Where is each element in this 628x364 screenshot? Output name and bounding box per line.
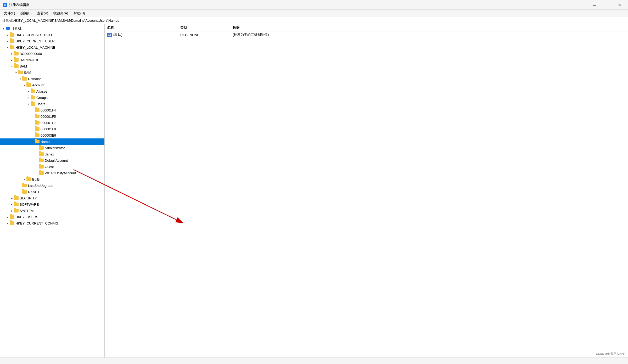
tree-label-hardware: HARDWARE	[20, 58, 39, 62]
tree-pane[interactable]: ▾计算机▸HKEY_CLASSES_ROOT▸HKEY_CURRENT_USER…	[0, 24, 105, 357]
tree-label-dahez: dahez	[45, 152, 54, 156]
tree-toggle-hklm[interactable]: ▾	[5, 45, 10, 49]
tree-node-users[interactable]: ▾Users	[0, 101, 104, 107]
folder-icon-wdagutility	[39, 171, 44, 175]
tree-node-hklm[interactable]: ▾HKEY_LOCAL_MACHINE	[0, 44, 104, 51]
menu-help[interactable]: 帮助(H)	[71, 10, 88, 17]
tree-toggle-names[interactable]: ▾	[31, 139, 35, 144]
maximize-button[interactable]: □	[601, 0, 613, 10]
tree-label-guest: Guest	[45, 165, 54, 169]
detail-name-text-0: (默认)	[113, 32, 122, 37]
header-data: 数据	[233, 25, 626, 30]
folder-icon-security	[14, 196, 19, 200]
tree-node-lastsku[interactable]: LastSkuUpgrade	[0, 182, 104, 189]
tree-label-wdagutility: WDAGUtilityAccount	[45, 171, 76, 175]
tree-label-software: SOFTWARE	[20, 203, 39, 206]
detail-pane: 名称 类型 数据 ab(默认)REG_NONE(长度为零的二进制制值)	[105, 24, 628, 357]
detail-data-cell-0: (长度为零的二进制制值)	[233, 32, 626, 37]
tree-node-builtin[interactable]: ▸Builtin	[0, 176, 104, 182]
detail-name-cell-0: ab(默认)	[107, 32, 180, 37]
tree-node-hardware[interactable]: ▸HARDWARE	[0, 57, 104, 63]
tree-label-hklm: HKEY_LOCAL_MACHINE	[15, 46, 55, 49]
menu-edit[interactable]: 编辑(E)	[18, 10, 34, 17]
tree-node-wdagutility[interactable]: WDAGUtilityAccount	[0, 170, 104, 176]
tree-toggle-sam2[interactable]: ▾	[14, 70, 18, 75]
tree-node-bcd[interactable]: ▸BCD00000000	[0, 51, 104, 57]
tree-node-defaultaccount[interactable]: DefaultAccount	[0, 157, 104, 164]
tree-node-administrator[interactable]: Administrator	[0, 145, 104, 151]
tree-toggle-users[interactable]: ▾	[26, 102, 31, 106]
folder-icon-hkcu	[10, 39, 14, 43]
menu-view[interactable]: 查看(V)	[34, 10, 51, 17]
tree-node-computer[interactable]: ▾计算机	[0, 25, 104, 32]
tree-toggle-system[interactable]: ▸	[10, 209, 14, 213]
tree-toggle-groups[interactable]: ▸	[26, 96, 31, 100]
folder-icon-user1f7	[35, 121, 40, 125]
tree-toggle-computer[interactable]: ▾	[1, 26, 5, 31]
tree-label-sam: SAM	[20, 64, 27, 68]
tree-toggle-aliases[interactable]: ▸	[26, 89, 31, 93]
tree-node-user1f7[interactable]: 000001F7	[0, 120, 104, 126]
folder-icon-builtin	[26, 177, 31, 181]
tree-node-sam[interactable]: ▾SAM	[0, 63, 104, 69]
tree-toggle-security[interactable]: ▸	[10, 196, 14, 200]
tree-node-system[interactable]: ▸SYSTEM	[0, 208, 104, 214]
folder-icon-domains	[22, 77, 27, 81]
tree-toggle-hardware[interactable]: ▸	[10, 58, 14, 62]
tree-node-hkcr[interactable]: ▸HKEY_CLASSES_ROOT	[0, 32, 104, 38]
minimize-button[interactable]: —	[588, 0, 601, 10]
tree-toggle-hkcr[interactable]: ▸	[5, 33, 10, 37]
folder-icon-guest	[39, 165, 44, 169]
folder-icon-users	[31, 102, 35, 106]
tree-label-users: Users	[36, 102, 45, 106]
menu-file[interactable]: 文件(F)	[1, 10, 18, 17]
detail-row-0[interactable]: ab(默认)REG_NONE(长度为零的二进制制值)	[105, 31, 628, 38]
tree-toggle-sam[interactable]: ▾	[10, 64, 14, 68]
tree-label-hkcc: HKEY_CURRENT_CONFIG	[15, 221, 58, 225]
tree-node-hku[interactable]: ▸HKEY_USERS	[0, 214, 104, 220]
tree-node-guest[interactable]: Guest	[0, 164, 104, 170]
tree-toggle-software[interactable]: ▸	[10, 202, 14, 206]
tree-node-software[interactable]: ▸SOFTWARE	[0, 201, 104, 208]
address-path[interactable]: 计算机\HKEY_LOCAL_MACHINE\SAM\SAM\Domains\A…	[2, 18, 119, 23]
address-bar: 计算机\HKEY_LOCAL_MACHINE\SAM\SAM\Domains\A…	[0, 17, 628, 24]
tree-node-hkcc[interactable]: ▸HKEY_CURRENT_CONFIG	[0, 220, 104, 226]
folder-icon-user1f8	[35, 127, 40, 131]
tree-node-dahez[interactable]: dahez	[0, 151, 104, 157]
folder-icon-names	[35, 140, 40, 143]
tree-node-domains[interactable]: ▾Domains	[0, 76, 104, 82]
tree-node-aliases[interactable]: ▸Aliases	[0, 88, 104, 94]
tree-label-user3e9: 000003E9	[41, 133, 56, 137]
tree-toggle-account[interactable]: ▾	[22, 83, 26, 87]
tree-node-user1f4[interactable]: 000001F4	[0, 107, 104, 113]
folder-icon-user1f5	[35, 115, 40, 118]
tree-node-groups[interactable]: ▸Groups	[0, 94, 104, 101]
window-title: 注册表编辑器	[9, 3, 588, 7]
tree-label-computer: 计算机	[11, 26, 21, 31]
tree-node-security[interactable]: ▸SECURITY	[0, 195, 104, 201]
header-type: 类型	[180, 25, 233, 30]
menu-favorites[interactable]: 收藏夹(A)	[51, 10, 71, 17]
close-button[interactable]: ✕	[614, 0, 626, 10]
ab-icon: ab	[107, 33, 112, 37]
svg-rect-2	[6, 27, 10, 30]
detail-rows: ab(默认)REG_NONE(长度为零的二进制制值)	[105, 31, 628, 38]
tree-node-user1f5[interactable]: 000001F5	[0, 113, 104, 120]
tree-node-names[interactable]: ▾Names	[0, 138, 104, 145]
tree-node-user1f8[interactable]: 000001F8	[0, 126, 104, 132]
tree-node-user3e9[interactable]: 000003E9	[0, 132, 104, 138]
tree-node-account[interactable]: ▾Account	[0, 82, 104, 88]
tree-toggle-hkcc[interactable]: ▸	[5, 221, 10, 225]
tree-node-rxact[interactable]: RXACT	[0, 189, 104, 195]
tree-node-sam2[interactable]: ▾SAM	[0, 69, 104, 76]
tree-toggle-hku[interactable]: ▸	[5, 215, 10, 219]
folder-icon-user1f4	[35, 108, 40, 112]
tree-label-defaultaccount: DefaultAccount	[45, 159, 68, 163]
tree-toggle-bcd[interactable]: ▸	[10, 52, 14, 56]
tree-label-lastsku: LastSkuUpgrade	[28, 184, 53, 188]
tree-toggle-domains[interactable]: ▾	[18, 77, 22, 81]
tree-toggle-hkcu[interactable]: ▸	[5, 39, 10, 43]
tree-toggle-builtin[interactable]: ▸	[22, 177, 26, 181]
tree-node-hkcu[interactable]: ▸HKEY_CURRENT_USER	[0, 38, 104, 44]
regedit-icon: R	[3, 3, 7, 7]
